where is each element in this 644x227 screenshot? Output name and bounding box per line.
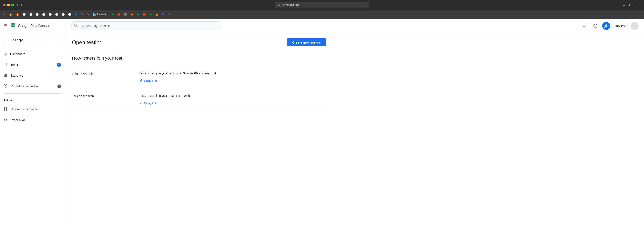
bookmark-apple2[interactable]: 🍎 [141, 11, 147, 17]
top-bar-actions: BetaCentre [581, 22, 639, 30]
top-bar: 🔍 Search Play Console [65, 19, 644, 33]
bookmark-gh-4[interactable]: ⬤ [41, 11, 46, 17]
all-apps-button[interactable]: ← All apps [4, 36, 61, 44]
svg-rect-4 [4, 107, 5, 109]
play-console-logo [10, 22, 16, 30]
bookmark-gear-1[interactable]: ⚙ [79, 11, 84, 17]
create-new-release-button[interactable]: Create new release [287, 38, 326, 46]
sidebar-header: ☰ Google Play Console [0, 19, 64, 33]
svg-point-10 [605, 24, 607, 26]
bookmark-fire2[interactable]: 🔥 [154, 11, 160, 17]
url-bar[interactable]: 🔒 play.google.com [275, 2, 369, 8]
avatar[interactable] [602, 22, 610, 30]
search-icon: 🔍 [74, 24, 78, 28]
bookmark-2[interactable]: 🔥 [14, 11, 20, 17]
join-rows: Join on Android Testers can join your te… [72, 66, 326, 111]
bookmark-gh-8[interactable]: ⬤ [67, 11, 72, 17]
bookmark-g2[interactable]: G [166, 11, 171, 17]
user-info: BetaCentre [602, 22, 639, 30]
release-section-title: Release [0, 95, 64, 104]
download-icon[interactable]: ⬇ [623, 3, 625, 7]
sidebar-item-production[interactable]: Production [0, 115, 64, 125]
titlebar-icons: ⬇ ⬆ + ⊞ [623, 3, 641, 7]
sidebar-divider [4, 93, 61, 94]
titlebar-center: 🔒 play.google.com [275, 2, 369, 8]
forward-button[interactable]: › [20, 2, 23, 7]
bookmark-gear-2[interactable]: ⚙ [85, 11, 90, 17]
sidebar-item-releases-overview[interactable]: Releases overview [0, 104, 64, 115]
help-icon-btn[interactable] [592, 22, 600, 30]
section-title: How testers join your test [72, 56, 326, 61]
copy-link-android-button[interactable]: Copy link [139, 79, 326, 83]
bookmark-play[interactable]: ▶ [110, 11, 115, 17]
bookmark-gh-1[interactable]: ⬤ [22, 11, 27, 17]
bookmark-blue[interactable]: ◉ [73, 11, 78, 17]
bookmark-green[interactable]: ◉ [136, 11, 140, 17]
grid-icon[interactable]: ⊞ [639, 3, 641, 7]
svg-point-9 [595, 26, 596, 27]
link-icon-btn[interactable] [581, 22, 589, 30]
join-label-android: Join on Android [72, 71, 139, 83]
close-button[interactable] [3, 3, 6, 6]
inbox-badge: 4 [56, 63, 61, 67]
bookmark-gh-7[interactable]: ⬤ [60, 11, 66, 17]
bookmark-gmail[interactable]: ✉ [2, 11, 7, 17]
bookmark-orange[interactable]: ◉ [130, 11, 134, 17]
bookmark-gh-6[interactable]: ⬤ [54, 11, 60, 17]
search-placeholder: Search Play Console [81, 24, 110, 28]
page-header: Open testing Create new release [72, 38, 326, 50]
bookmark-play2[interactable]: ▶ [148, 11, 153, 17]
sidebar-item-label: Publishing overview [11, 84, 54, 88]
lock-icon: 🔒 [278, 4, 280, 6]
sidebar-item-inbox[interactable]: ☐ Inbox 4 [0, 59, 64, 70]
minimize-button[interactable] [7, 3, 10, 6]
join-label-web: Join on the web [72, 94, 139, 105]
browser-toolbar: ✉ 🔥 🔥 ⬤ ⬤ ⬤ ⬤ ⬤ ⬤ ⬤ ⬤ ◉ ⚙ ⚙ 🏪 Release...… [0, 10, 644, 19]
app-container: ☰ Google Play Console ← All apps [0, 19, 644, 227]
link-icon [139, 79, 143, 83]
join-row-android: Join on Android Testers can join your te… [72, 66, 326, 88]
dashboard-icon: ⊞ [4, 52, 7, 56]
sidebar-item-label: Statistics [11, 74, 61, 77]
sidebar-item-statistics[interactable]: Statistics [0, 70, 64, 81]
svg-rect-2 [6, 73, 8, 77]
sidebar-item-publishing-overview[interactable]: Publishing overview 🔕 [0, 81, 64, 92]
back-button[interactable]: ‹ [16, 2, 19, 7]
bookmark-g1[interactable]: G [161, 11, 166, 17]
search-bar[interactable]: 🔍 Search Play Console [70, 21, 222, 30]
titlebar: ‹ › 🔒 play.google.com ⬇ ⬆ + ⊞ [0, 0, 644, 10]
logo-area: Google Play Console [10, 22, 52, 30]
sidebar-item-dashboard[interactable]: ⊞ Dashboard [0, 49, 64, 59]
new-tab-icon[interactable]: + [634, 3, 636, 7]
bookmark-gh-5[interactable]: ⬤ [48, 11, 53, 17]
main-content: 🔍 Search Play Console [65, 19, 644, 227]
bookmark-t[interactable]: T [123, 11, 129, 17]
bookmark-1[interactable]: 🔥 [8, 11, 14, 17]
join-description-web: Testers can join your test on the web [139, 94, 326, 97]
notifications-off-icon: 🔕 [57, 84, 61, 88]
sidebar-item-label: Releases overview [11, 107, 61, 111]
link-icon-web [139, 101, 143, 105]
share-icon[interactable]: ⬆ [628, 3, 631, 7]
logo-text: Google Play Console [18, 24, 52, 28]
sidebar: ☰ Google Play Console ← All apps [0, 19, 65, 227]
page-content: Open testing Create new release How test… [65, 33, 333, 116]
copy-link-web-button[interactable]: Copy link [139, 101, 326, 105]
join-row-web: Join on the web Testers can join your te… [72, 88, 326, 111]
inbox-icon: ☐ [4, 62, 7, 67]
join-details-web: Testers can join your test on the web Co… [139, 94, 326, 105]
bookmark-gh-2[interactable]: ⬤ [28, 11, 34, 17]
bookmark-apple[interactable]: 🍎 [116, 11, 122, 17]
statistics-icon [4, 73, 8, 78]
maximize-button[interactable] [11, 3, 14, 6]
traffic-lights [3, 3, 14, 6]
sidebar-nav: ⊞ Dashboard ☐ Inbox 4 Statistics [0, 47, 64, 127]
bookmark-release[interactable]: 🏪 Release... [91, 11, 109, 17]
bookmark-gh-3[interactable]: ⬤ [34, 11, 40, 17]
join-details-android: Testers can join your test using Google … [139, 71, 326, 83]
user-avatar-secondary[interactable] [630, 22, 639, 30]
sidebar-item-label: Inbox [10, 63, 54, 67]
page-title: Open testing [72, 39, 102, 46]
hamburger-menu[interactable]: ☰ [4, 23, 7, 28]
svg-rect-6 [4, 109, 5, 111]
